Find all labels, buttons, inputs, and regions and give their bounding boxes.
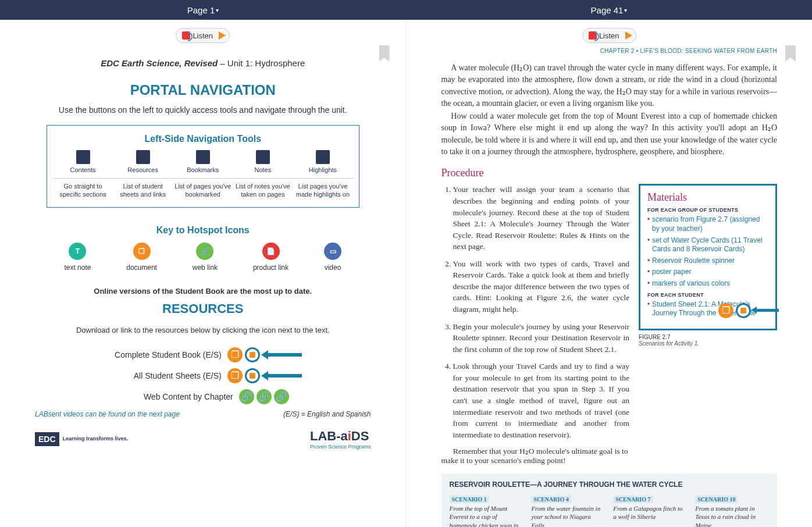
procedure-list: Your teacher will assign your team a sce…: [441, 184, 630, 440]
nav-tool-desc: List of pages you've bookmarked: [173, 182, 233, 199]
footer-notes: LABsent videos can be found on the next …: [35, 410, 371, 418]
chapter-header: CHAPTER 2 • LIFE'S BLOOD: SEEKING WATER …: [441, 48, 778, 54]
scenario-column: SCENARIO 7From a Galapagos finch to a wo…: [613, 493, 687, 527]
page-right: Listen CHAPTER 2 • LIFE'S BLOOD: SEEKING…: [407, 20, 813, 527]
play-icon: [219, 31, 226, 40]
document-icon[interactable]: ❐: [227, 368, 243, 383]
portal-heading: PORTAL NAVIGATION: [35, 82, 371, 98]
hotspot-key-item: ❐document: [126, 243, 157, 272]
nav-tools-box: Left-Side Navigation Tools ContentsResou…: [47, 125, 359, 208]
hotspot-key-item: 📄product link: [253, 243, 289, 272]
scenario-column: SCENARIO 4From the water fountain in you…: [531, 493, 605, 527]
procedure-heading: Procedure: [441, 167, 778, 179]
document-icon[interactable]: [245, 347, 260, 362]
procedure-step: Look through your Travel Cards and try t…: [453, 361, 630, 440]
procedure-step: Your teacher will assign your team a sce…: [453, 184, 630, 252]
scenario-item: SCENARIO 1From the top of Mount Everest …: [450, 493, 523, 527]
body-text: A water molecule (H₂O) can travel throug…: [441, 62, 778, 158]
hotspot-icon: ▭: [324, 243, 341, 260]
scenario-column: SCENARIO 1From the top of Mount Everest …: [450, 493, 523, 527]
hotspot-key-box: Key to Hotspot Icons Ttext note❐document…: [47, 225, 359, 272]
document-icon[interactable]: ❐: [227, 347, 243, 362]
nav-icon: [316, 150, 330, 164]
scenario-item: SCENARIO 4From the water fountain in you…: [531, 493, 605, 527]
link-icon[interactable]: 🔗: [257, 389, 272, 404]
resources-intro: Download or link to the resources below …: [35, 326, 371, 334]
procedure-step: You will work with two types of cards, T…: [453, 258, 630, 315]
logos-row: EDC Learning transforms lives. LAB-aiDSP…: [35, 429, 371, 450]
nav-tool-desc: List of student sheets and links: [113, 182, 173, 199]
resource-row: Web Content by Chapter🔗🔗🔗: [92, 389, 314, 404]
nav-tool-desc: List of notes you've taken on pages: [233, 182, 293, 199]
material-item: Reservoir Roulette spinner: [647, 257, 768, 266]
nav-icon: [76, 150, 90, 164]
page-title: EDC Earth Science, Revised – Unit 1: Hyd…: [35, 58, 371, 68]
scenario-column: SCENARIO 10From a tomato plant in Texas …: [695, 493, 769, 527]
figure-caption: FIGURE 2.7Scenarios for Activity 1.: [639, 334, 777, 347]
arrow-icon: [267, 374, 302, 378]
scenarios-heading: RESERVOIR ROULETTE—A JOURNEY THROUGH THE…: [450, 480, 770, 489]
listen-button[interactable]: Listen: [582, 28, 636, 43]
speaker-icon: [182, 31, 190, 40]
hotspot-key-item: Ttext note: [64, 243, 91, 272]
document-icon[interactable]: [245, 368, 260, 383]
remember-text: Remember that your H₂O molecule's ultima…: [441, 446, 630, 465]
hotspot-icon: ❐: [133, 243, 151, 260]
scenario-item: SCENARIO 7From a Galapagos finch to a wo…: [613, 493, 687, 521]
hotspot-key-item: 🔗web link: [193, 243, 218, 272]
chevron-down-icon: ▾: [624, 7, 627, 13]
link-icon[interactable]: 🔗: [274, 389, 289, 404]
hotspot-icon: 🔗: [196, 243, 213, 260]
hotspot-icon: 📄: [262, 243, 280, 260]
nav-tool-desc: Go straight to specific sections: [53, 182, 113, 199]
edc-logo: EDC Learning transforms lives.: [35, 432, 128, 446]
materials-heading: Materials: [647, 191, 768, 204]
nav-tools-title: Left-Side Navigation Tools: [53, 134, 353, 144]
resource-row: Complete Student Book (E/S)❐: [92, 347, 314, 362]
nav-tool-desc: List pages you've made highlights on: [293, 182, 352, 199]
scenarios-box: RESERVOIR ROULETTE—A JOURNEY THROUGH THE…: [441, 473, 778, 527]
play-icon: [625, 31, 632, 40]
nav-tool-item: Resources: [113, 150, 173, 173]
resource-row: All Student Sheets (E/S)❐: [92, 368, 314, 383]
top-bar: Page 1▾ Page 41▾: [0, 0, 812, 20]
page-left: Listen EDC Earth Science, Revised – Unit…: [0, 20, 407, 527]
arrow-icon: [756, 309, 779, 312]
intro-text: Use the buttons on the left to quickly a…: [35, 105, 371, 115]
update-note: Online versions of the Student Book are …: [35, 287, 371, 295]
speaker-icon: [589, 31, 597, 40]
nav-icon: [256, 150, 270, 164]
bookmark-icon[interactable]: [785, 45, 796, 62]
materials-box: Materials FOR EACH GROUP OF STUDENTS sce…: [639, 184, 777, 330]
page-selector-left[interactable]: Page 1▾: [0, 0, 406, 20]
procedure-step: Begin your molecule's journey by using y…: [453, 321, 630, 355]
labaids-logo: LAB-aiDSProven Science Programs: [310, 429, 371, 450]
listen-button[interactable]: Listen: [176, 28, 230, 43]
labsent-note: LABsent videos can be found on the next …: [35, 410, 180, 418]
page-selector-right[interactable]: Page 41▾: [406, 0, 812, 20]
bookmark-icon[interactable]: [379, 45, 390, 62]
document-icon[interactable]: ❐: [718, 303, 733, 318]
material-item: markers of various colors: [647, 279, 768, 289]
material-item: poster paper: [647, 268, 768, 277]
arrow-icon: [267, 353, 302, 357]
nav-icon: [136, 150, 150, 164]
chevron-down-icon: ▾: [216, 7, 219, 13]
es-note: (E/S) = English and Spanish: [283, 410, 371, 418]
nav-tool-item: Notes: [233, 150, 293, 173]
material-item: set of Water Cycle Cards (11 Travel Card…: [647, 236, 768, 254]
document-icon[interactable]: [736, 303, 751, 318]
resources-heading: RESOURCES: [35, 301, 371, 316]
link-icon[interactable]: 🔗: [239, 389, 254, 404]
material-item: scenario from Figure 2.7 (assigned by yo…: [647, 215, 768, 233]
hotspot-key-item: ▭video: [324, 243, 341, 272]
nav-tool-item: Bookmarks: [173, 150, 233, 173]
nav-tool-item: Highlights: [293, 150, 352, 173]
hotspot-key-title: Key to Hotspot Icons: [47, 225, 359, 236]
scenario-item: SCENARIO 10From a tomato plant in Texas …: [695, 493, 769, 527]
nav-icon: [196, 150, 210, 164]
hotspot-icon: T: [69, 243, 86, 260]
nav-tool-item: Contents: [53, 150, 113, 173]
